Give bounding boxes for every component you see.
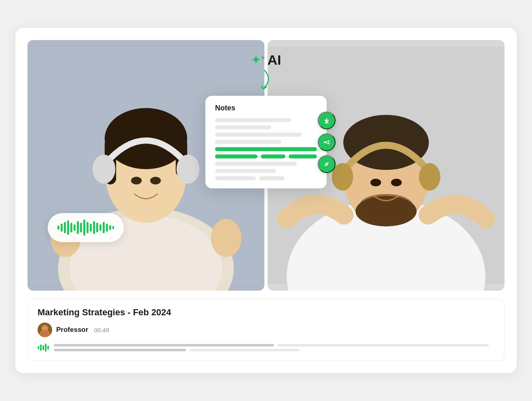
note-row-green (215, 154, 317, 158)
note-line-2 (215, 125, 271, 129)
svg-rect-28 (103, 222, 105, 233)
svg-rect-30 (109, 225, 111, 230)
edit-button[interactable] (318, 155, 336, 173)
main-card: ✦✦ AI Notes (15, 28, 517, 373)
progress-row-1 (54, 344, 494, 346)
action-buttons (318, 112, 336, 173)
note-line-5-green (215, 147, 317, 151)
avatar (38, 323, 52, 337)
speaker-info: Professor 00:49 (38, 323, 494, 337)
svg-rect-24 (90, 224, 92, 232)
svg-point-53 (359, 194, 413, 217)
video-section: ✦✦ AI Notes (27, 40, 505, 291)
progress-track-filled-2 (54, 349, 186, 351)
svg-line-39 (325, 141, 328, 142)
note-line-9a (215, 176, 256, 180)
svg-rect-60 (40, 344, 42, 351)
speaker-time: 00:49 (94, 327, 109, 333)
svg-point-54 (370, 179, 381, 186)
svg-point-55 (391, 179, 401, 186)
svg-rect-25 (93, 221, 95, 234)
note-line-7 (215, 162, 297, 166)
svg-rect-20 (77, 221, 79, 234)
svg-rect-21 (80, 223, 82, 232)
progress-track-filled-1 (54, 344, 274, 346)
svg-rect-17 (67, 220, 69, 235)
download-button[interactable] (318, 112, 336, 129)
share-button[interactable] (318, 133, 336, 151)
note-line-6a-green (215, 154, 258, 158)
progress-track-empty-2 (189, 349, 300, 351)
svg-rect-18 (70, 223, 72, 232)
notes-title: Notes (215, 104, 317, 112)
progress-row-2 (54, 349, 494, 351)
notes-card: Notes (205, 96, 327, 188)
ai-text: AI (268, 52, 281, 68)
progress-track-empty-1 (277, 344, 489, 346)
svg-point-36 (328, 140, 329, 142)
svg-rect-16 (64, 222, 66, 233)
svg-rect-31 (112, 226, 114, 229)
bottom-section: Marketing Strategies - Feb 2024 Professo… (27, 299, 505, 361)
waveform-icon (57, 219, 114, 236)
svg-rect-26 (96, 223, 98, 232)
svg-rect-63 (47, 346, 49, 350)
note-line-4 (215, 140, 281, 144)
ai-overlay: ✦✦ AI Notes (205, 52, 327, 188)
svg-rect-62 (45, 344, 46, 352)
note-line-1 (215, 118, 291, 122)
svg-point-42 (326, 163, 327, 165)
ai-arrow-icon (254, 68, 277, 95)
svg-point-9 (177, 155, 200, 184)
playback-area (38, 343, 494, 352)
note-line-6b-green (261, 154, 285, 158)
mini-waveform (38, 343, 49, 352)
note-line-6c-green (289, 154, 317, 158)
note-line-8 (215, 169, 276, 173)
svg-rect-22 (83, 219, 85, 236)
note-line-3 (215, 133, 302, 137)
svg-point-13 (211, 219, 242, 257)
svg-point-8 (93, 155, 116, 184)
svg-rect-19 (74, 224, 76, 231)
svg-rect-15 (61, 224, 63, 232)
waveform-bubble (48, 213, 124, 242)
svg-point-11 (150, 177, 160, 184)
svg-point-38 (328, 143, 329, 144)
speaker-name: Professor (56, 326, 88, 334)
svg-point-37 (324, 141, 325, 143)
svg-point-51 (419, 163, 440, 190)
svg-rect-14 (57, 226, 59, 230)
progress-bars[interactable] (54, 344, 494, 351)
svg-rect-61 (42, 345, 44, 350)
svg-rect-27 (99, 224, 101, 231)
svg-rect-59 (38, 346, 39, 349)
note-line-9b (259, 176, 285, 180)
svg-rect-29 (106, 224, 108, 232)
notes-card-wrapper: Notes (205, 96, 327, 188)
note-row-last (215, 176, 317, 180)
svg-rect-23 (87, 222, 89, 233)
svg-point-10 (131, 177, 141, 184)
ai-label-container: ✦✦ AI (251, 52, 281, 68)
meeting-title: Marketing Strategies - Feb 2024 (38, 307, 494, 318)
sparkle-icon: ✦✦ (251, 55, 265, 66)
notes-content (215, 118, 317, 180)
